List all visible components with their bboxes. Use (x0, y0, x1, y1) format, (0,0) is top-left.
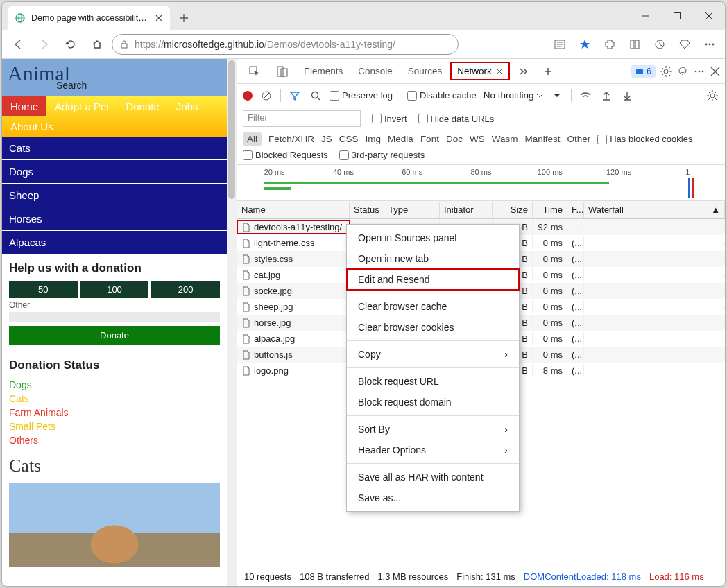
menu-home[interactable]: Home (2, 96, 46, 116)
type-img[interactable]: Img (366, 134, 382, 144)
hide-data-urls-checkbox[interactable]: Hide data URLs (418, 114, 495, 124)
maximize-button[interactable] (661, 2, 693, 30)
url-box[interactable]: https://microsoftedge.github.io/Demos/de… (112, 34, 459, 55)
col-name[interactable]: Name (237, 202, 350, 218)
upload-icon[interactable] (599, 89, 613, 103)
type-fetch-xhr[interactable]: Fetch/XHR (268, 134, 314, 144)
col-size[interactable]: Size (493, 202, 533, 218)
category-dogs[interactable]: Dogs (2, 160, 227, 184)
category-sheep[interactable]: Sheep (2, 184, 227, 207)
type-manifest[interactable]: Manifest (524, 134, 560, 144)
type-all[interactable]: All (243, 132, 262, 146)
add-tab-icon[interactable] (536, 62, 560, 80)
close-window-button[interactable] (693, 2, 725, 30)
has-blocked-checkbox[interactable]: Has blocked cookies (597, 134, 692, 144)
ctx-clear-browser-cache[interactable]: Clear browser cache (347, 296, 519, 317)
new-tab-button[interactable] (174, 8, 194, 28)
donate-amount-200[interactable]: 200 (151, 281, 220, 298)
browser-tab[interactable]: Demo page with accessibility iss (8, 6, 170, 30)
download-icon[interactable] (620, 89, 634, 103)
type-media[interactable]: Media (388, 134, 413, 144)
ctx-open-in-sources-panel[interactable]: Open in Sources panel (347, 227, 519, 248)
menu-donate[interactable]: Donate (117, 96, 167, 116)
device-icon[interactable] (269, 61, 296, 82)
refresh-button[interactable] (59, 33, 83, 56)
donate-amount-50[interactable]: 50 (9, 281, 78, 298)
more-tabs-icon[interactable] (511, 62, 535, 80)
preserve-log-checkbox[interactable]: Preserve log (330, 90, 393, 101)
collections-icon[interactable] (624, 33, 646, 55)
minimize-button[interactable] (629, 2, 661, 30)
clear-icon[interactable] (259, 89, 273, 103)
ctx-sort-by[interactable]: Sort By› (347, 419, 519, 440)
ctx-clear-browser-cookies[interactable]: Clear browser cookies (347, 317, 519, 338)
type-js[interactable]: JS (321, 134, 332, 144)
col-initiator[interactable]: Initiator (440, 202, 493, 218)
tab-title: Demo page with accessibility iss (31, 13, 149, 23)
type-wasm[interactable]: Wasm (492, 134, 518, 144)
forward-button[interactable] (33, 33, 56, 56)
more-icon[interactable] (699, 33, 721, 55)
other-input[interactable] (9, 312, 220, 322)
filter-icon[interactable] (288, 89, 302, 103)
search-icon[interactable] (309, 89, 323, 103)
devtools-close-icon[interactable] (710, 66, 721, 77)
inspect-icon[interactable] (241, 61, 268, 82)
feedback-icon[interactable] (676, 65, 689, 78)
type-css[interactable]: CSS (339, 134, 359, 144)
gear-icon[interactable] (660, 65, 672, 78)
gem-icon[interactable] (674, 33, 696, 55)
ctx-save-as-[interactable]: Save as... (347, 487, 519, 508)
tab-network[interactable]: Network (450, 62, 510, 80)
col-time[interactable]: Time (533, 202, 567, 218)
reader-icon[interactable] (549, 33, 571, 55)
devtools-more-icon[interactable] (693, 65, 705, 78)
ctx-block-request-url[interactable]: Block request URL (347, 371, 519, 392)
invert-checkbox[interactable]: Invert (372, 114, 407, 124)
ctx-header-options[interactable]: Header Options› (347, 440, 519, 460)
col-waterfall[interactable]: Waterfall▲ (584, 202, 725, 218)
timeline-overview[interactable]: 20 ms40 ms60 ms80 ms100 ms120 ms1 (237, 165, 725, 201)
filter-input[interactable]: Filter (243, 110, 361, 127)
tab-elements[interactable]: Elements (297, 62, 350, 80)
type-doc[interactable]: Doc (446, 134, 463, 144)
disable-cache-checkbox[interactable]: Disable cache (407, 90, 477, 101)
tab-console[interactable]: Console (351, 62, 400, 80)
record-button[interactable] (243, 91, 253, 101)
menu-adopt-a-pet[interactable]: Adopt a Pet (46, 96, 117, 116)
sync-icon[interactable] (649, 33, 671, 55)
tab-sources[interactable]: Sources (401, 62, 450, 80)
donate-button[interactable]: Donate (9, 326, 220, 345)
menu-about-us[interactable]: About Us (2, 116, 62, 137)
ctx-save-all-as-har-with-content[interactable]: Save all as HAR with content (347, 467, 519, 487)
menu-jobs[interactable]: Jobs (168, 96, 207, 116)
ctx-edit-and-resend[interactable]: Edit and Resend (347, 269, 519, 290)
issues-badge[interactable]: 6 (631, 65, 656, 78)
col-status[interactable]: Status (350, 202, 384, 218)
ctx-copy[interactable]: Copy› (347, 344, 519, 365)
third-party-checkbox[interactable]: 3rd-party requests (339, 150, 425, 160)
home-button[interactable] (85, 33, 109, 56)
network-settings-icon[interactable] (705, 89, 719, 103)
blocked-requests-checkbox[interactable]: Blocked Requests (243, 150, 328, 160)
page-scrollbar[interactable] (227, 59, 237, 586)
more-net-conditions-icon[interactable] (550, 89, 564, 103)
close-tab-icon[interactable] (155, 14, 163, 22)
ctx-open-in-new-tab[interactable]: Open in new tab (347, 248, 519, 269)
category-alpacas[interactable]: Alpacas (2, 231, 227, 254)
extensions-icon[interactable] (599, 33, 621, 55)
ctx-block-request-domain[interactable]: Block request domain (347, 392, 519, 413)
col-type[interactable]: Type (384, 202, 440, 218)
type-other[interactable]: Other (567, 134, 590, 144)
throttling-select[interactable]: No throttling (484, 90, 544, 101)
category-horses[interactable]: Horses (2, 207, 227, 231)
back-button[interactable] (6, 33, 30, 56)
close-icon[interactable] (496, 68, 503, 75)
category-cats[interactable]: Cats (2, 137, 227, 160)
wifi-icon[interactable] (579, 89, 592, 103)
type-ws[interactable]: WS (470, 134, 485, 144)
col-fulfilled[interactable]: F... (567, 202, 584, 218)
favorite-star-icon[interactable] (574, 33, 596, 55)
type-font[interactable]: Font (420, 134, 439, 144)
donate-amount-100[interactable]: 100 (80, 281, 149, 298)
